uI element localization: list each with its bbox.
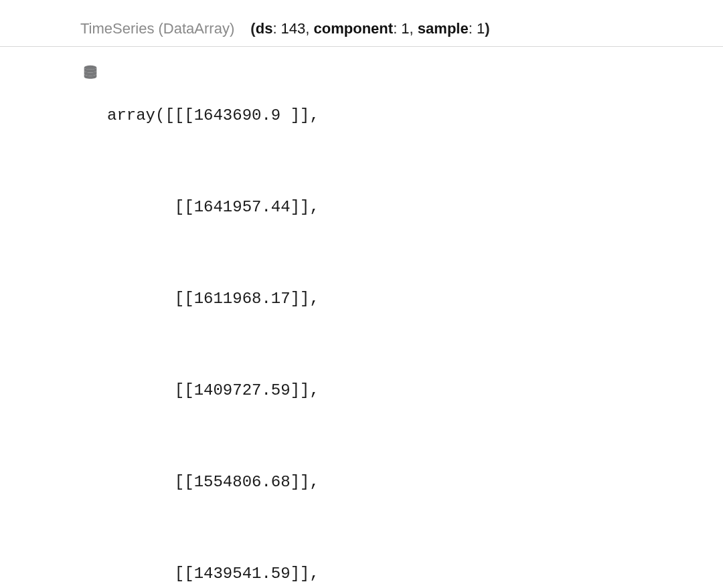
dim-sep-0: , bbox=[305, 20, 313, 37]
svg-point-0 bbox=[84, 66, 97, 70]
dim-name-1: component bbox=[314, 20, 394, 37]
dataarray-content: array([[[1643690.9 ]], [[1641957.44]], [… bbox=[0, 47, 723, 588]
array-row: [[1554806.68]], bbox=[107, 472, 319, 493]
dim-colon-1: : bbox=[393, 20, 401, 37]
dim-value-2: 1 bbox=[477, 20, 485, 37]
array-value: 1409727.59 bbox=[194, 381, 291, 399]
dim-colon-2: : bbox=[469, 20, 477, 37]
array-row: array([[[1643690.9 ]], bbox=[107, 105, 319, 126]
dataarray-header: TimeSeries (DataArray) (ds: 143, compone… bbox=[0, 13, 723, 47]
array-value: 1554806.68 bbox=[194, 473, 291, 491]
array-row-close: ]], bbox=[291, 106, 319, 124]
dataarray-dims: (ds: 143, component: 1, sample: 1) bbox=[250, 20, 489, 37]
array-value: 1439541.59 bbox=[194, 565, 291, 583]
dims-open-paren: ( bbox=[250, 20, 255, 37]
dim-name-2: sample bbox=[418, 20, 469, 37]
dim-sep-1: , bbox=[410, 20, 418, 37]
dim-colon-0: : bbox=[272, 20, 280, 37]
dim-value-1: 1 bbox=[401, 20, 409, 37]
dim-name-0: ds bbox=[256, 20, 273, 37]
array-value: 1611968.17 bbox=[194, 290, 291, 308]
array-value: 1641957.44 bbox=[194, 198, 291, 216]
dataarray-repr: TimeSeries (DataArray) (ds: 143, compone… bbox=[0, 13, 723, 588]
array-row: [[1439541.59]], bbox=[107, 563, 319, 585]
array-open: array([[[ bbox=[107, 106, 194, 124]
array-row: [[1641957.44]], bbox=[107, 197, 319, 218]
array-value: 1643690.9 bbox=[194, 106, 291, 124]
dataarray-type-label: TimeSeries (DataArray) bbox=[80, 20, 234, 37]
dims-close-paren: ) bbox=[485, 20, 489, 37]
database-icon[interactable] bbox=[80, 63, 100, 83]
array-row: [[1611968.17]], bbox=[107, 288, 319, 310]
array-block: array([[[1643690.9 ]], [[1641957.44]], [… bbox=[107, 62, 319, 588]
dim-value-0: 143 bbox=[281, 20, 306, 37]
array-row: [[1409727.59]], bbox=[107, 380, 319, 401]
